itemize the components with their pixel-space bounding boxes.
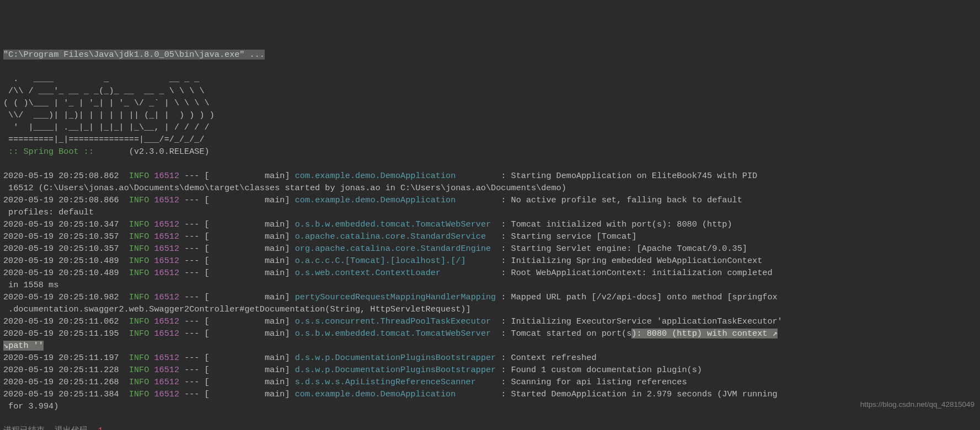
log-continuation: 16512 (C:\Users\jonas.ao\Documents\demo\… — [3, 183, 566, 193]
log-line: 2020-05-19 20:25:10.347 INFO 16512 --- [… — [3, 219, 732, 229]
selected-text: ): 8080 (http) with context ↗ — [631, 329, 777, 338]
log-continuation: in 1558 ms — [3, 280, 58, 290]
watermark: https://blog.csdn.net/qq_42815049 — [860, 399, 974, 411]
spring-banner: ' |____| .__|_| |_|_| |_\__, | / / / / — [3, 122, 210, 132]
spring-banner: . ____ _ __ _ _ — [3, 74, 199, 84]
log-line: 2020-05-19 20:25:10.489 INFO 16512 --- [… — [3, 268, 773, 278]
log-line: 2020-05-19 20:25:11.195 INFO 16512 --- [… — [3, 329, 778, 338]
log-line: 2020-05-19 20:25:08.866 INFO 16512 --- [… — [3, 195, 742, 205]
log-continuation: for 3.994) — [3, 401, 58, 411]
exit-text: 进程已结束 退出代码 — [3, 426, 93, 430]
spring-banner: ( ( )\___ | '_ | '_| | '_ \/ _` | \ \ \ … — [3, 98, 210, 108]
spring-version: (v2.3.0.RELEASE) — [99, 147, 210, 157]
log-line: 2020-05-19 20:25:08.862 INFO 16512 --- [… — [3, 171, 757, 181]
log-line: 2020-05-19 20:25:10.357 INFO 16512 --- [… — [3, 232, 636, 241]
spring-banner: /\\ / ___'_ __ _ _(_)_ __ __ _ \ \ \ \ — [3, 86, 205, 96]
exit-code: -1 — [93, 426, 103, 430]
spring-banner: =========|_|==============|___/=/_/_/_/ — [3, 135, 205, 144]
log-line: 2020-05-19 20:25:11.384 INFO 16512 --- [… — [3, 389, 778, 399]
log-line: 2020-05-19 20:25:10.489 INFO 16512 --- [… — [3, 256, 762, 266]
log-line: 2020-05-19 20:25:10.982 INFO 16512 --- [… — [3, 292, 778, 302]
console-output[interactable]: "C:\Program Files\Java\jdk1.8.0_05\bin\j… — [3, 49, 977, 430]
log-line: 2020-05-19 20:25:11.228 INFO 16512 --- [… — [3, 365, 702, 375]
log-line: 2020-05-19 20:25:11.062 INFO 16512 --- [… — [3, 316, 783, 326]
spring-boot-label: :: Spring Boot :: — [3, 147, 99, 157]
log-line: 2020-05-19 20:25:11.197 INFO 16512 --- [… — [3, 353, 597, 363]
selected-text: ↘path '' — [3, 341, 44, 351]
cmdline-highlight: "C:\Program Files\Java\jdk1.8.0_05\bin\j… — [3, 50, 265, 60]
log-line: 2020-05-19 20:25:10.357 INFO 16512 --- [… — [3, 244, 747, 254]
spring-banner: \\/ ___)| |_)| | | | | || (_| | ) ) ) ) — [3, 110, 215, 120]
log-continuation: .documentation.swagger2.web.Swagger2Cont… — [3, 304, 471, 314]
log-line: 2020-05-19 20:25:11.268 INFO 16512 --- [… — [3, 377, 687, 387]
log-continuation: profiles: default — [3, 207, 94, 217]
